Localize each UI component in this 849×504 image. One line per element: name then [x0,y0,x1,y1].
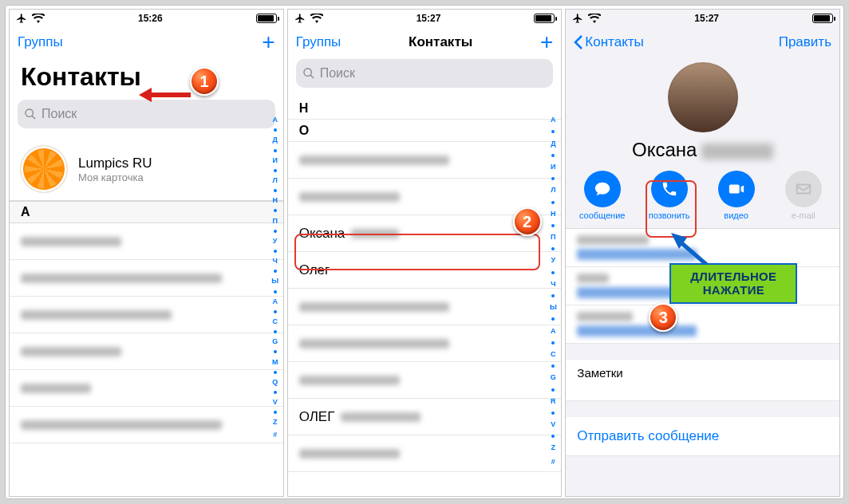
step-badge-1: 1 [190,67,219,96]
arrow-annotation-1 [139,83,195,107]
list-item[interactable] [10,407,283,443]
long-press-callout: ДЛИТЕЛЬНОЕ НАЖАТИЕ [669,263,797,304]
wifi-icon [310,14,323,23]
list-item[interactable]: Олег [288,252,562,289]
action-call[interactable]: позвонить [643,171,696,220]
battery-icon [256,14,277,23]
action-email: e-mail [777,171,830,220]
list-item[interactable]: ОЛЕГ [288,399,562,435]
phone-screen-3: 15:27 Контакты Править Оксана сообщение [565,9,840,497]
action-label: видео [724,211,748,220]
contacts-list: Оксана Олег ОЛЕГ АДИЛНПУЧЫACGRVZ# [288,142,562,472]
nav-bar: Группы Контакты + [288,26,562,59]
back-button[interactable]: Контакты [585,34,643,50]
search-icon [24,108,37,120]
status-bar: 15:26 [10,10,283,26]
nav-title: Контакты [409,34,472,50]
status-time: 15:27 [694,13,719,24]
nav-bar: Группы + [10,26,283,59]
contact-avatar [668,62,738,132]
status-bar: 15:27 [288,10,562,26]
status-time: 15:26 [138,13,163,24]
phone-icon [661,180,678,198]
list-item[interactable] [288,435,562,472]
action-message[interactable]: сообщение [576,171,629,220]
wifi-icon [32,14,45,23]
add-contact-button[interactable]: + [262,34,274,50]
my-card-name: Lumpics RU [78,156,152,171]
action-video[interactable]: видео [710,171,763,220]
nav-bar: Контакты Править [566,26,839,59]
list-item[interactable] [10,260,283,297]
svg-marker-1 [139,88,152,102]
section-header-O: О [288,120,562,142]
list-item[interactable] [288,325,562,362]
chevron-left-icon[interactable] [574,34,583,50]
step-badge-2: 2 [513,207,542,236]
airplane-mode-icon [572,13,583,24]
airplane-mode-icon [16,13,27,24]
phone-screen-1: 15:26 Группы + Контакты Поиск Lumpics RU… [9,9,284,497]
groups-button[interactable]: Группы [18,34,63,50]
action-label: позвонить [649,211,690,220]
status-bar: 15:27 [566,10,839,26]
battery-icon [534,14,555,23]
contact-name-label: Олег [299,262,330,278]
contacts-list: АДИЛНПУЧЫACGMQVZ# [10,223,283,443]
message-icon [594,180,611,198]
notes-field[interactable]: Заметки [566,360,839,401]
groups-button[interactable]: Группы [296,34,342,50]
search-icon [302,67,315,80]
video-icon [728,180,745,198]
my-card[interactable]: Lumpics RU Моя карточка [10,138,283,201]
status-time: 15:27 [417,13,441,24]
list-item[interactable] [10,333,283,370]
wifi-icon [588,14,601,23]
add-contact-button[interactable]: + [540,34,553,50]
contact-header: Оксана сообщение позвонить видео e-mail [566,62,839,229]
search-placeholder: Поиск [41,107,77,121]
my-card-avatar [21,146,67,192]
section-header-A: А [10,201,283,223]
battery-icon [812,14,833,23]
contact-name-label: ОЛЕГ [299,409,335,425]
action-label: e-mail [792,211,815,220]
list-item[interactable] [10,370,283,407]
list-item[interactable] [288,362,562,399]
email-icon [795,180,812,198]
phone-screen-2: 15:27 Группы Контакты + Поиск Н О Оксана… [287,9,563,497]
phone-field-3[interactable] [566,305,839,344]
action-label: сообщение [579,211,626,220]
send-message-button[interactable]: Отправить сообщение [566,417,839,456]
airplane-mode-icon [294,13,306,24]
contact-title: Оксана [566,139,839,161]
list-item[interactable] [10,223,283,260]
list-item[interactable] [288,142,562,179]
tutorial-frame: 15:26 Группы + Контакты Поиск Lumpics RU… [5,5,844,499]
my-card-sub: Моя карточка [78,171,152,183]
edit-button[interactable]: Править [779,34,831,50]
contact-name-label: Оксана [299,226,346,242]
search-placeholder: Поиск [320,66,355,81]
list-item[interactable] [10,297,283,333]
search-input[interactable]: Поиск [296,59,554,88]
list-item[interactable] [288,289,562,325]
section-header-N: Н [288,97,562,120]
